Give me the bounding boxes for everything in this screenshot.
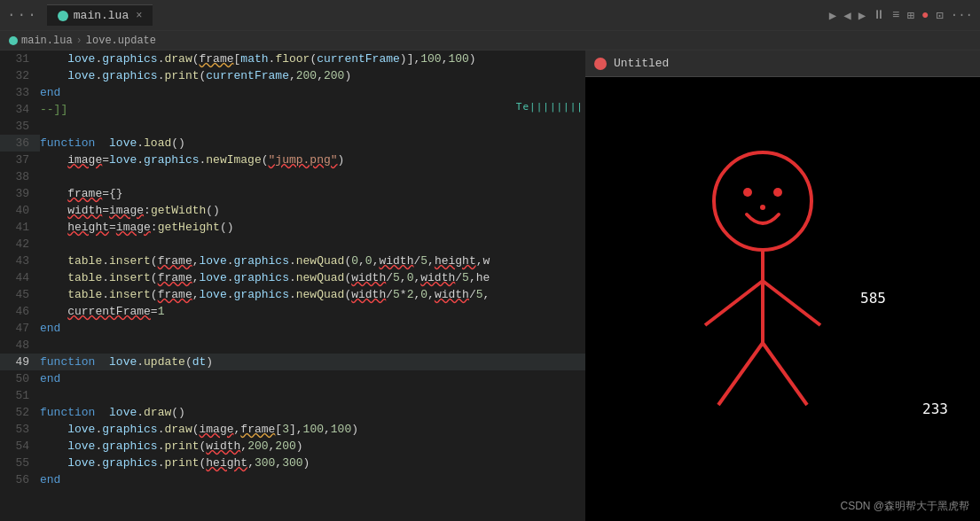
topbar: ··· main.lua × ▶ ◀ ▶ ⏸ ≡ ⊞ ● ⊡ ··· [0,0,980,31]
list-icon[interactable]: ≡ [892,8,899,22]
code-line-46: 46 currentFrame=1 [0,303,585,320]
line-num-40: 40 [0,202,40,219]
code-line-45: 45 table.insert(frame,love.graphics.newQ… [0,286,585,303]
line-num-38: 38 [0,168,40,185]
line-code-53: love.graphics.draw(image,frame[3],100,10… [40,421,585,438]
svg-point-2 [773,188,782,197]
tab-filename: main.lua [74,9,129,22]
line-code-52: function love.draw() [40,404,585,421]
line-num-52: 52 [0,404,40,421]
line-code-55: love.graphics.print(height,300,300) [40,455,585,471]
back-icon[interactable]: ◀ [843,8,851,23]
pause-icon[interactable]: ⏸ [873,8,885,22]
grid-icon[interactable]: ⊞ [907,8,914,23]
line-num-34: 34 [0,101,40,118]
stick-figure: 585 233 [585,77,980,521]
line-num-47: 47 [0,320,40,337]
forward-icon[interactable]: ▶ [858,8,866,23]
line-num-41: 41 [0,219,40,236]
line-code-51 [40,387,585,404]
svg-text:233: 233 [922,400,948,417]
svg-line-7 [718,343,763,405]
svg-line-8 [763,343,807,405]
line-code-31: love.graphics.draw(frame[math.floor(curr… [40,51,585,67]
svg-line-5 [705,281,763,325]
code-line-44: 44 table.insert(frame,love.graphics.newQ… [0,269,585,286]
svg-line-6 [763,281,820,325]
line-code-40: width=image:getWidth() [40,202,585,219]
code-line-55: 55 love.graphics.print(height,300,300) [0,455,585,471]
game-panel: Untitled [585,51,980,521]
line-num-49: 49 [0,354,40,370]
line-num-54: 54 [0,438,40,455]
line-code-50: end [40,370,585,387]
line-code-37: image=love.graphics.newImage("jump.png") [40,152,585,168]
svg-point-0 [714,152,811,250]
line-code-38 [40,168,585,185]
window-icon[interactable]: ⊡ [936,8,943,23]
line-num-42: 42 [0,236,40,253]
line-num-50: 50 [0,370,40,387]
tab-file-icon [58,11,68,21]
svg-text:585: 585 [860,290,886,307]
line-code-47: end [40,320,585,337]
line-num-55: 55 [0,455,40,471]
code-line-40: 40 width=image:getWidth() [0,202,585,219]
breadcrumb-file[interactable]: main.lua [21,35,73,47]
line-code-41: height=image:getHeight() [40,219,585,236]
line-code-46: currentFrame=1 [40,303,585,320]
toolbar-icons: ▶ ◀ ▶ ⏸ ≡ ⊞ ● ⊡ ··· [829,8,973,23]
line-num-35: 35 [0,118,40,135]
line-code-33: end [40,84,585,101]
watermark-text: CSDN @森明帮大于黑虎帮 [840,499,969,514]
code-editor[interactable]: 31 love.graphics.draw(frame[math.floor(c… [0,51,585,521]
play-icon[interactable]: ▶ [829,8,836,23]
code-line-41: 41 height=image:getHeight() [0,219,585,236]
line-num-39: 39 [0,185,40,202]
line-num-56: 56 [0,471,40,488]
game-window-icon [594,58,607,70]
game-titlebar: Untitled [585,51,980,77]
line-code-32: love.graphics.print(currentFrame,200,200… [40,67,585,84]
game-window-title: Untitled [614,57,669,70]
line-code-36: function love.load() [40,135,585,152]
tab-close-button[interactable]: × [136,10,142,22]
breadcrumb-section[interactable]: love.update [86,35,156,47]
line-code-54: love.graphics.print(width,200,200) [40,438,585,455]
code-line-42: 42 [0,236,585,253]
code-line-33: 33 end [0,84,585,101]
code-line-32: 32 love.graphics.print(currentFrame,200,… [0,67,585,84]
main-tab[interactable]: main.lua × [47,4,153,26]
line-num-32: 32 [0,67,40,84]
game-canvas: 585 233 CSDN @森明帮大于黑虎帮 [585,77,980,521]
line-num-53: 53 [0,421,40,438]
code-line-31: 31 love.graphics.draw(frame[math.floor(c… [0,51,585,67]
line-num-31: 31 [0,51,40,67]
line-num-51: 51 [0,387,40,404]
line-code-44: table.insert(frame,love.graphics.newQuad… [40,269,585,286]
main-area: 31 love.graphics.draw(frame[math.floor(c… [0,51,980,521]
code-line-43: 43 table.insert(frame,love.graphics.newQ… [0,253,585,269]
code-line-52: 52 function love.draw() [0,404,585,421]
record-icon[interactable]: ● [921,8,929,22]
line-num-46: 46 [0,303,40,320]
code-line-47: 47 end [0,320,585,337]
svg-point-1 [743,188,752,197]
line-code-49: function love.update(dt) [40,354,585,370]
line-code-56: end [40,471,585,488]
tab-dots-icon[interactable]: ··· [7,7,38,23]
line-code-42 [40,236,585,253]
more-icon[interactable]: ··· [951,8,973,22]
code-line-37: 37 image=love.graphics.newImage("jump.pn… [0,152,585,168]
line-num-48: 48 [0,337,40,354]
line-num-36: 36 [0,135,40,152]
line-code-48 [40,337,585,354]
code-line-39: 39 frame={} [0,185,585,202]
line-code-45: table.insert(frame,love.graphics.newQuad… [40,286,585,303]
code-line-53: 53 love.graphics.draw(image,frame[3],100… [0,421,585,438]
code-line-48: 48 [0,337,585,354]
line-num-33: 33 [0,84,40,101]
line-code-34: --]] [40,101,585,118]
code-line-56: 56 end [0,471,585,488]
code-line-38: 38 [0,168,585,185]
